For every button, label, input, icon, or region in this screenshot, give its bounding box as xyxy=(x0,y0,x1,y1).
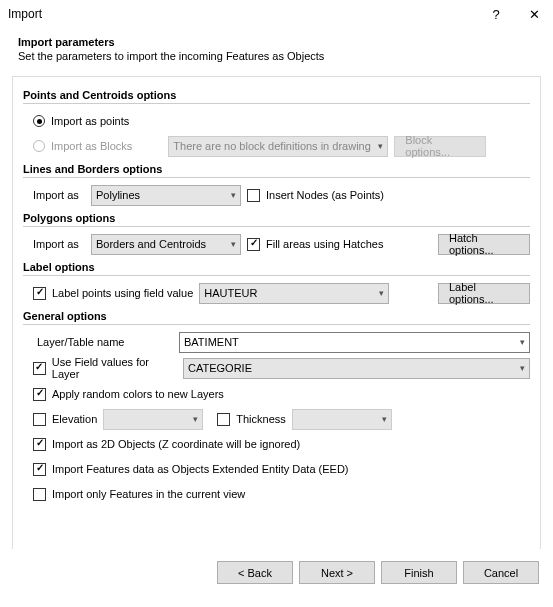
check-thickness[interactable]: Thickness xyxy=(217,413,286,426)
blocks-select: There are no block definitions in drawin… xyxy=(168,136,388,157)
label-field-value: HAUTEUR xyxy=(204,287,257,299)
label-field-select[interactable]: HAUTEUR ▾ xyxy=(199,283,389,304)
check-import-view[interactable]: Import only Features in the current view xyxy=(33,488,245,501)
check-thickness-label: Thickness xyxy=(236,413,286,425)
lines-import-as-select[interactable]: Polylines ▾ xyxy=(91,185,241,206)
checkbox-icon xyxy=(33,362,46,375)
check-elevation[interactable]: Elevation xyxy=(33,413,97,426)
titlebar: Import ? ✕ xyxy=(0,0,553,28)
field-values-value: CATEGORIE xyxy=(188,362,252,374)
check-import-2d-label: Import as 2D Objects (Z coordinate will … xyxy=(52,438,300,450)
lines-import-as-label: Import as xyxy=(33,189,85,201)
page-subtitle: Set the parameters to import the incomin… xyxy=(18,50,539,62)
lines-import-as-value: Polylines xyxy=(96,189,140,201)
header: Import parameters Set the parameters to … xyxy=(0,28,553,76)
checkbox-icon xyxy=(33,413,46,426)
label-options-button[interactable]: Label options... xyxy=(438,283,530,304)
chevron-down-icon: ▾ xyxy=(231,190,236,200)
check-use-field-values[interactable]: Use Field values for Layer xyxy=(33,356,177,380)
hatch-options-button[interactable]: Hatch options... xyxy=(438,234,530,255)
group-general: General options Layer/Table name BATIMEN… xyxy=(23,310,530,505)
group-lines-title: Lines and Borders options xyxy=(23,163,530,178)
checkbox-icon xyxy=(33,388,46,401)
check-import-2d[interactable]: Import as 2D Objects (Z coordinate will … xyxy=(33,438,300,451)
check-fill-hatches-label: Fill areas using Hatches xyxy=(266,238,383,250)
group-points: Points and Centroids options Import as p… xyxy=(23,89,530,157)
chevron-down-icon: ▾ xyxy=(193,414,198,424)
check-apply-colors-label: Apply random colors to new Layers xyxy=(52,388,224,400)
footer: < Back Next > Finish Cancel xyxy=(0,549,553,596)
radio-import-as-points[interactable]: Import as points xyxy=(33,115,129,127)
polygons-import-as-select[interactable]: Borders and Centroids ▾ xyxy=(91,234,241,255)
group-lines: Lines and Borders options Import as Poly… xyxy=(23,163,530,206)
help-button[interactable]: ? xyxy=(477,0,515,28)
elevation-select: ▾ xyxy=(103,409,203,430)
window-title: Import xyxy=(8,7,477,21)
chevron-down-icon: ▾ xyxy=(382,414,387,424)
check-import-view-label: Import only Features in the current view xyxy=(52,488,245,500)
check-fill-hatches[interactable]: Fill areas using Hatches xyxy=(247,238,383,251)
group-label: Label options Label points using field v… xyxy=(23,261,530,304)
radio-import-as-blocks-label: Import as Blocks xyxy=(51,140,132,152)
content-panel: Points and Centroids options Import as p… xyxy=(12,76,541,549)
layer-name-value: BATIMENT xyxy=(184,336,239,348)
checkbox-icon xyxy=(33,438,46,451)
checkbox-icon xyxy=(247,189,260,202)
field-values-select[interactable]: CATEGORIE ▾ xyxy=(183,358,530,379)
checkbox-icon xyxy=(33,287,46,300)
chevron-down-icon: ▾ xyxy=(520,337,525,347)
check-import-eed-label: Import Features data as Objects Extended… xyxy=(52,463,349,475)
checkbox-icon xyxy=(33,463,46,476)
checkbox-icon xyxy=(33,488,46,501)
check-insert-nodes-label: Insert Nodes (as Points) xyxy=(266,189,384,201)
layer-name-label: Layer/Table name xyxy=(33,336,173,348)
checkbox-icon xyxy=(247,238,260,251)
radio-import-as-blocks: Import as Blocks xyxy=(33,140,132,152)
blocks-select-value: There are no block definitions in drawin… xyxy=(173,140,371,152)
group-points-title: Points and Centroids options xyxy=(23,89,530,104)
block-options-button: Block options... xyxy=(394,136,486,157)
group-label-title: Label options xyxy=(23,261,530,276)
chevron-down-icon: ▾ xyxy=(379,288,384,298)
check-use-field-values-label: Use Field values for Layer xyxy=(52,356,177,380)
back-button[interactable]: < Back xyxy=(217,561,293,584)
group-general-title: General options xyxy=(23,310,530,325)
radio-import-as-points-label: Import as points xyxy=(51,115,129,127)
checkbox-icon xyxy=(217,413,230,426)
chevron-down-icon: ▾ xyxy=(378,141,383,151)
polygons-import-as-value: Borders and Centroids xyxy=(96,238,206,250)
check-elevation-label: Elevation xyxy=(52,413,97,425)
radio-dot-icon xyxy=(33,115,45,127)
group-polygons: Polygons options Import as Borders and C… xyxy=(23,212,530,255)
page-title: Import parameters xyxy=(18,36,539,48)
finish-button[interactable]: Finish xyxy=(381,561,457,584)
chevron-down-icon: ▾ xyxy=(520,363,525,373)
thickness-select: ▾ xyxy=(292,409,392,430)
check-import-eed[interactable]: Import Features data as Objects Extended… xyxy=(33,463,349,476)
layer-name-select[interactable]: BATIMENT ▾ xyxy=(179,332,530,353)
polygons-import-as-label: Import as xyxy=(33,238,85,250)
radio-dot-icon xyxy=(33,140,45,152)
group-polygons-title: Polygons options xyxy=(23,212,530,227)
next-button[interactable]: Next > xyxy=(299,561,375,584)
chevron-down-icon: ▾ xyxy=(231,239,236,249)
check-insert-nodes[interactable]: Insert Nodes (as Points) xyxy=(247,189,384,202)
close-button[interactable]: ✕ xyxy=(515,0,553,28)
cancel-button[interactable]: Cancel xyxy=(463,561,539,584)
check-label-points[interactable]: Label points using field value xyxy=(33,287,193,300)
check-label-points-label: Label points using field value xyxy=(52,287,193,299)
check-apply-colors[interactable]: Apply random colors to new Layers xyxy=(33,388,224,401)
